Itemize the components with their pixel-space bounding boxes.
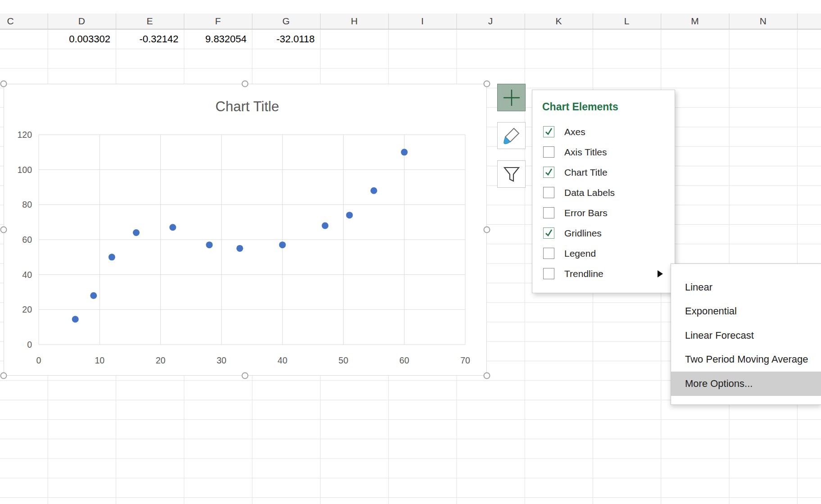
chart-element-label: Error Bars	[564, 208, 608, 218]
chart-element-label: Axes	[564, 127, 585, 137]
checkmark-icon	[544, 228, 553, 238]
chart-resize-handle-top-left[interactable]	[0, 81, 7, 87]
scatter-chart: 010203040506070020406080100120Chart Titl…	[4, 84, 486, 375]
column-header-M[interactable]: M	[691, 16, 699, 27]
column-header-J[interactable]: J	[488, 16, 493, 27]
chart-element-item-trendline[interactable]: Trendline	[532, 263, 675, 284]
trendline-submenu-list: LinearExponentialLinear ForecastTwo Peri…	[671, 275, 821, 396]
checkbox-error-bars[interactable]	[543, 207, 554, 218]
funnel-icon	[503, 165, 521, 184]
checkmark-icon	[544, 168, 553, 177]
x-axis-tick-label: 0	[36, 355, 41, 365]
x-axis-tick-label: 50	[339, 355, 349, 365]
checkbox-gridlines[interactable]	[543, 227, 554, 239]
data-point[interactable]	[109, 254, 115, 260]
cell-E1[interactable]: -0.32142	[116, 29, 184, 49]
panel-title: Chart Elements	[542, 101, 618, 113]
chart-resize-handle-bottom-right[interactable]	[484, 372, 490, 379]
checkbox-chart-title[interactable]	[543, 167, 554, 178]
data-point[interactable]	[401, 149, 408, 155]
chart-element-label: Gridlines	[564, 228, 602, 239]
x-axis-tick-label: 10	[95, 355, 104, 365]
checkbox-axes[interactable]	[543, 126, 554, 137]
x-axis-tick-label: 20	[156, 355, 166, 365]
x-axis-tick-label: 60	[399, 355, 409, 365]
cell-D1[interactable]: 0.003302	[48, 29, 116, 49]
chart-element-label: Legend	[564, 248, 596, 259]
y-axis-tick-label: 120	[17, 130, 32, 140]
y-axis-tick-label: 0	[27, 340, 32, 350]
chart-element-label: Chart Title	[564, 167, 608, 178]
checkbox-trendline[interactable]	[543, 268, 554, 279]
chart-container[interactable]: 010203040506070020406080100120Chart Titl…	[4, 84, 487, 376]
chart-element-label: Axis Titles	[564, 147, 607, 158]
cell-G1[interactable]: -32.0118	[252, 29, 320, 49]
submenu-arrow-icon[interactable]	[658, 270, 663, 277]
column-header-L[interactable]: L	[624, 16, 630, 27]
chart-elements-button[interactable]	[497, 84, 526, 111]
trendline-option-more-options[interactable]: More Options...	[671, 372, 821, 396]
data-point[interactable]	[169, 224, 176, 231]
column-header-N[interactable]: N	[760, 16, 767, 27]
chart-element-label: Trendline	[564, 268, 603, 279]
checkbox-legend[interactable]	[543, 248, 554, 259]
y-axis-tick-label: 60	[22, 235, 32, 245]
chart-element-label: Data Labels	[564, 187, 615, 198]
data-point[interactable]	[133, 229, 140, 236]
x-axis-tick-label: 30	[217, 355, 227, 365]
chart-title[interactable]: Chart Title	[215, 99, 279, 114]
column-header-K[interactable]: K	[555, 16, 562, 27]
data-point[interactable]	[279, 241, 286, 248]
chart-element-item-chart-title[interactable]: Chart Title	[532, 162, 675, 182]
chart-element-item-gridlines[interactable]: Gridlines	[532, 223, 675, 243]
chart-elements-panel: Chart Elements AxesAxis TitlesChart Titl…	[532, 90, 675, 293]
data-point[interactable]	[90, 292, 97, 299]
chart-filters-button[interactable]	[497, 160, 526, 188]
column-header-E[interactable]: E	[147, 16, 153, 27]
column-header-I[interactable]: I	[421, 16, 424, 27]
y-axis-tick-label: 100	[17, 165, 32, 175]
data-point[interactable]	[322, 222, 328, 229]
trendline-option-linear[interactable]: Linear	[671, 275, 821, 300]
chart-resize-handle-middle-left[interactable]	[0, 227, 7, 233]
chart-element-item-axes[interactable]: Axes	[532, 122, 675, 142]
x-axis-tick-label: 40	[277, 355, 287, 365]
trendline-option-linear-forecast[interactable]: Linear Forecast	[671, 323, 821, 348]
checkbox-data-labels[interactable]	[543, 187, 554, 198]
column-header-F[interactable]: F	[215, 16, 221, 27]
brush-icon	[503, 127, 521, 145]
y-axis-tick-label: 20	[22, 304, 32, 314]
data-point[interactable]	[346, 212, 353, 218]
x-axis-tick-label: 70	[460, 355, 470, 365]
trendline-submenu: LinearExponentialLinear ForecastTwo Peri…	[671, 263, 821, 405]
chart-element-item-legend[interactable]: Legend	[532, 243, 675, 263]
chart-resize-handle-top-right[interactable]	[484, 81, 490, 87]
chart-resize-handle-top-center[interactable]	[242, 81, 249, 87]
y-axis-tick-label: 40	[22, 270, 32, 280]
checkbox-axis-titles[interactable]	[543, 146, 554, 158]
chart-element-item-data-labels[interactable]: Data Labels	[532, 182, 675, 203]
chart-styles-button[interactable]	[497, 122, 526, 149]
column-header-row: CDEFGHIJKLMN	[0, 14, 821, 29]
column-header-D[interactable]: D	[78, 16, 85, 27]
chart-element-item-error-bars[interactable]: Error Bars	[532, 203, 675, 223]
data-point[interactable]	[236, 245, 243, 252]
plus-icon	[502, 88, 522, 108]
trendline-option-two-period-moving-average[interactable]: Two Period Moving Average	[671, 348, 821, 372]
trendline-option-exponential[interactable]: Exponential	[671, 300, 821, 324]
column-header-C[interactable]: C	[7, 16, 14, 27]
data-point[interactable]	[72, 316, 79, 322]
cell-F1[interactable]: 9.832054	[184, 29, 252, 49]
data-point[interactable]	[206, 241, 213, 248]
chart-resize-handle-bottom-center[interactable]	[242, 372, 249, 379]
column-header-G[interactable]: G	[282, 16, 290, 27]
column-header-H[interactable]: H	[351, 16, 358, 27]
chart-resize-handle-bottom-left[interactable]	[0, 372, 7, 379]
excel-window: CDEFGHIJKLMN 0.003302-0.321429.832054-32…	[0, 0, 821, 504]
chart-resize-handle-middle-right[interactable]	[484, 227, 490, 233]
data-point[interactable]	[371, 187, 377, 194]
chart-elements-list: AxesAxis TitlesChart TitleData LabelsErr…	[532, 122, 675, 284]
chart-element-item-axis-titles[interactable]: Axis Titles	[532, 142, 675, 162]
y-axis-tick-label: 80	[22, 200, 32, 209]
checkmark-icon	[544, 127, 553, 136]
